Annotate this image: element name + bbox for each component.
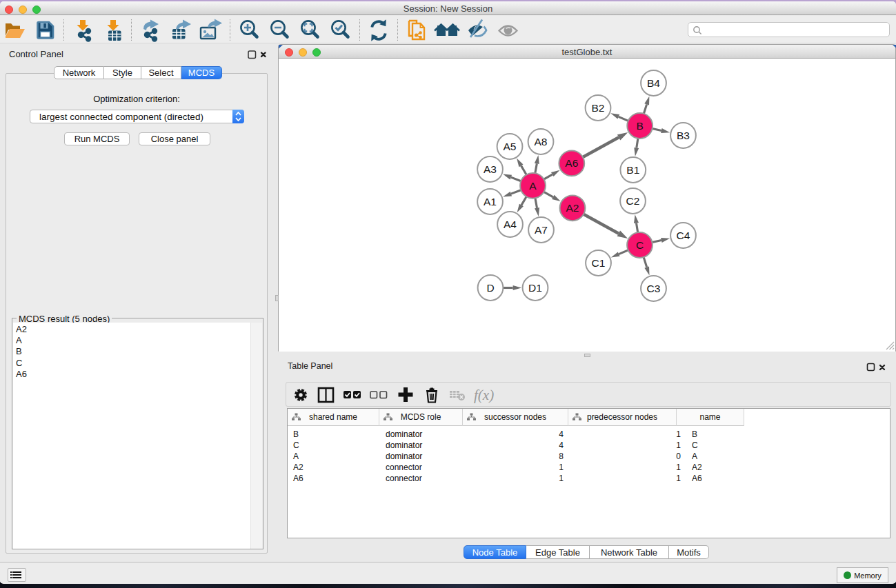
svg-text:A8: A8 [535, 136, 548, 148]
svg-text:B1: B1 [626, 164, 639, 176]
svg-text:D: D [486, 282, 494, 294]
svg-text:A4: A4 [504, 219, 517, 230]
svg-text:B4: B4 [647, 77, 660, 89]
svg-text:A5: A5 [504, 141, 517, 152]
svg-text:C4: C4 [677, 230, 690, 241]
svg-text:B2: B2 [592, 102, 605, 114]
svg-text:A7: A7 [535, 224, 548, 236]
svg-text:A1: A1 [484, 196, 497, 207]
svg-text:D1: D1 [528, 282, 542, 294]
svg-text:A3: A3 [484, 163, 497, 175]
svg-text:A2: A2 [566, 202, 579, 214]
svg-text:A6: A6 [565, 157, 578, 169]
svg-text:A: A [529, 180, 537, 192]
svg-text:B3: B3 [677, 130, 690, 141]
svg-text:C2: C2 [626, 195, 640, 207]
svg-text:B: B [637, 120, 644, 132]
svg-text:C3: C3 [647, 283, 661, 294]
svg-text:C1: C1 [592, 257, 606, 269]
svg-text:C: C [636, 239, 644, 251]
